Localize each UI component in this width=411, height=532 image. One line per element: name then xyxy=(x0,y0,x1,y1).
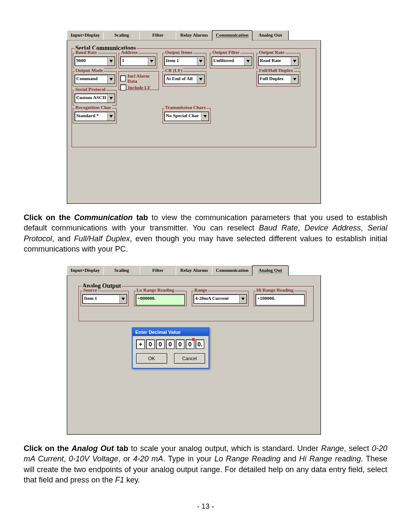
chevron-down-icon xyxy=(107,57,115,65)
output-filter-value: Unfiltered xyxy=(212,57,244,65)
output-items-label: Output Items xyxy=(164,50,193,55)
range-select[interactable]: 4-20mA Current xyxy=(193,294,247,304)
source-label: Source xyxy=(82,287,98,292)
digit-2[interactable]: 0 xyxy=(156,339,165,349)
tab-relay-alarms[interactable]: Relay Alarms xyxy=(176,30,212,40)
chevron-down-icon xyxy=(148,57,155,65)
output-items-value: Item 1 xyxy=(165,57,197,65)
output-mode-select[interactable]: Command xyxy=(75,75,115,84)
recognition-char-select[interactable]: Standard * xyxy=(75,112,115,121)
cancel-button[interactable]: Cancel xyxy=(174,353,205,364)
chevron-down-icon xyxy=(291,75,298,84)
tab-communication[interactable]: Communication xyxy=(212,265,252,276)
baud-rate-value: 9600 xyxy=(75,57,107,65)
include-lf-label: Include LF xyxy=(128,85,150,90)
chevron-down-icon xyxy=(197,75,204,84)
panel-serial-communications: Serial Communications Baud Rate 9600 Add… xyxy=(67,40,321,204)
source-select[interactable]: Item 1 xyxy=(82,294,127,304)
tab-analog-out[interactable]: Analog Out xyxy=(252,30,289,40)
range-label: Range xyxy=(193,287,208,292)
digit-5[interactable]: 0 xyxy=(186,339,194,349)
tab-filter[interactable]: Filter xyxy=(140,30,176,40)
chevron-down-icon xyxy=(107,94,115,103)
lo-range-label: Lo Range Reading xyxy=(136,287,175,292)
tabstrip-1: Input+Display Scaling Filter Relay Alarm… xyxy=(67,30,321,40)
chevron-down-icon xyxy=(291,57,298,65)
crlf-select[interactable]: At End of All xyxy=(164,75,205,84)
digit-6[interactable]: 0. xyxy=(196,339,204,349)
output-mode-value: Command xyxy=(75,75,107,84)
chevron-down-icon xyxy=(201,112,209,121)
incl-alarm-data-checkbox[interactable]: Incl Alarm Data xyxy=(120,73,157,84)
tabstrip-2: Input+Display Scaling Filter Relay Alarm… xyxy=(67,265,321,276)
tab-scaling[interactable]: Scaling xyxy=(103,30,140,40)
chevron-down-icon xyxy=(244,57,252,65)
transmission-chars-label: Transmission Chars xyxy=(164,105,206,110)
checkbox-icon xyxy=(120,75,126,81)
output-rate-value: Read Rate xyxy=(258,57,291,65)
tab-analog-out[interactable]: Analog Out xyxy=(252,265,289,276)
baud-rate-label: Baud Rate xyxy=(75,50,98,55)
output-filter-select[interactable]: Unfiltered xyxy=(212,56,252,66)
chevron-down-icon xyxy=(197,57,204,65)
baud-rate-select[interactable]: 9600 xyxy=(75,56,115,66)
crlf-value: At End of All xyxy=(165,75,197,84)
paragraph-1: Click on the Communication tab to view t… xyxy=(24,212,387,254)
chevron-down-icon xyxy=(107,112,115,121)
duplex-value: Full Duplex xyxy=(258,75,291,84)
hi-range-input[interactable]: +100000. xyxy=(255,294,305,305)
page-number: - 13 - xyxy=(24,502,387,511)
panel-analog-output: Analog Output Source Item 1 Lo Range Rea… xyxy=(67,275,321,435)
chevron-down-icon xyxy=(239,295,246,303)
tab-input-display[interactable]: Input+Display xyxy=(67,265,104,276)
digit-row: + 0 0 0 0 0 0. xyxy=(136,339,205,349)
address-label: Address xyxy=(120,50,138,55)
tab-relay-alarms[interactable]: Relay Alarms xyxy=(176,265,212,276)
tab-communication[interactable]: Communication xyxy=(212,30,252,40)
output-rate-label: Output Rate xyxy=(258,50,285,55)
transmission-chars-value: No Special Char xyxy=(165,112,201,121)
enter-decimal-dialog: Enter Decimal Value + 0 0 0 0 0 0. OK Ca… xyxy=(132,327,209,369)
chevron-down-icon xyxy=(119,295,127,303)
range-value: 4-20mA Current xyxy=(194,295,239,303)
recognition-char-value: Standard * xyxy=(75,112,107,121)
output-rate-select[interactable]: Read Rate xyxy=(258,56,299,66)
recognition-char-label: Recognition Char xyxy=(75,105,112,110)
digit-1[interactable]: 0 xyxy=(146,339,155,349)
chevron-down-icon xyxy=(107,75,115,84)
lo-range-input[interactable]: +000000. xyxy=(136,294,185,305)
tab-input-display[interactable]: Input+Display xyxy=(67,30,104,40)
output-filter-label: Output Filter xyxy=(212,50,240,55)
output-mode-label: Output Mode xyxy=(75,68,104,73)
tab-filter[interactable]: Filter xyxy=(140,265,176,276)
digit-sign[interactable]: + xyxy=(136,339,145,349)
address-value: 1 xyxy=(121,57,148,65)
transmission-chars-select[interactable]: No Special Char xyxy=(164,112,209,121)
paragraph-2: Click on the Analog Out tab to scale you… xyxy=(24,443,387,485)
source-value: Item 1 xyxy=(83,295,119,303)
duplex-select[interactable]: Full Duplex xyxy=(258,75,299,84)
duplex-label: Full/Half Duplex xyxy=(258,68,294,73)
hi-range-label: Hi Range Reading xyxy=(255,287,294,292)
digit-4[interactable]: 0 xyxy=(176,339,184,349)
address-select[interactable]: 1 xyxy=(120,56,156,66)
tab-scaling[interactable]: Scaling xyxy=(103,265,140,276)
serial-protocol-label: Serial Protocol xyxy=(75,87,106,92)
incl-alarm-data-label: Incl Alarm Data xyxy=(128,73,157,84)
serial-protocol-value: Custom ASCII xyxy=(75,94,107,103)
digit-3[interactable]: 0 xyxy=(166,339,174,349)
ok-button[interactable]: OK xyxy=(136,353,167,364)
crlf-label: CR (LF) xyxy=(164,68,183,73)
include-lf-checkbox[interactable]: Include LF xyxy=(120,84,157,90)
serial-protocol-select[interactable]: Custom ASCII xyxy=(75,93,115,103)
dialog-title: Enter Decimal Value xyxy=(133,328,209,336)
output-items-select[interactable]: Item 1 xyxy=(164,56,205,66)
checkbox-icon xyxy=(120,84,126,90)
